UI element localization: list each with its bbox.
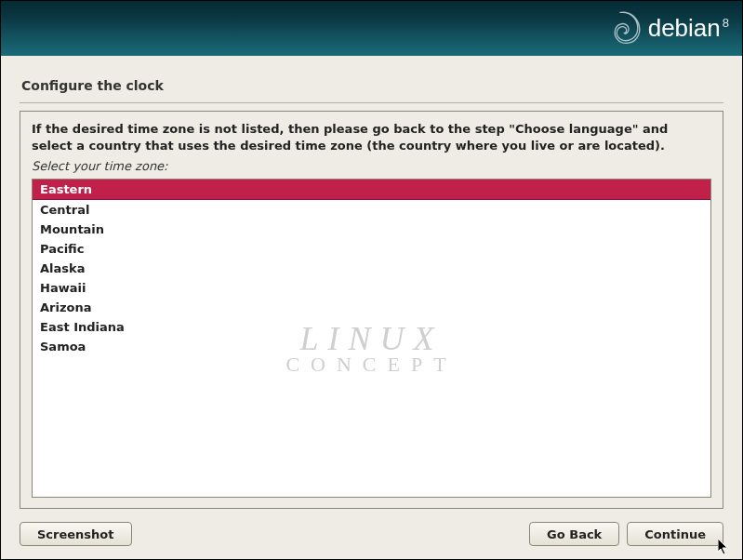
prompt-label: Select your time zone: — [32, 159, 711, 173]
timezone-option[interactable]: Eastern — [33, 180, 710, 200]
instruction-text: If the desired time zone is not listed, … — [32, 121, 711, 153]
brand-logo-text: debian8 — [648, 14, 729, 43]
timezone-option[interactable]: Mountain — [33, 220, 710, 239]
title-divider — [20, 102, 723, 103]
timezone-option[interactable]: Alaska — [33, 259, 710, 278]
timezone-option[interactable]: Samoa — [33, 337, 710, 356]
timezone-option[interactable]: Central — [33, 200, 710, 220]
button-bar: Screenshot Go Back Continue — [20, 522, 723, 546]
debian-swirl-icon — [602, 8, 643, 49]
page-title: Configure the clock — [1, 56, 742, 102]
header-banner: debian8 — [1, 1, 742, 56]
brand-name: debian — [648, 14, 721, 42]
brand-version: 8 — [723, 16, 729, 30]
screenshot-button[interactable]: Screenshot — [20, 522, 132, 546]
content-frame: If the desired time zone is not listed, … — [20, 111, 723, 509]
timezone-listbox[interactable]: LINUX CONCEPT EasternCentralMountainPaci… — [32, 179, 711, 498]
timezone-option[interactable]: East Indiana — [33, 317, 710, 337]
continue-button[interactable]: Continue — [627, 522, 723, 546]
timezone-option[interactable]: Pacific — [33, 239, 710, 259]
timezone-option[interactable]: Hawaii — [33, 278, 710, 298]
go-back-button[interactable]: Go Back — [529, 522, 619, 546]
timezone-option[interactable]: Arizona — [33, 298, 710, 317]
nav-button-group: Go Back Continue — [529, 522, 723, 546]
